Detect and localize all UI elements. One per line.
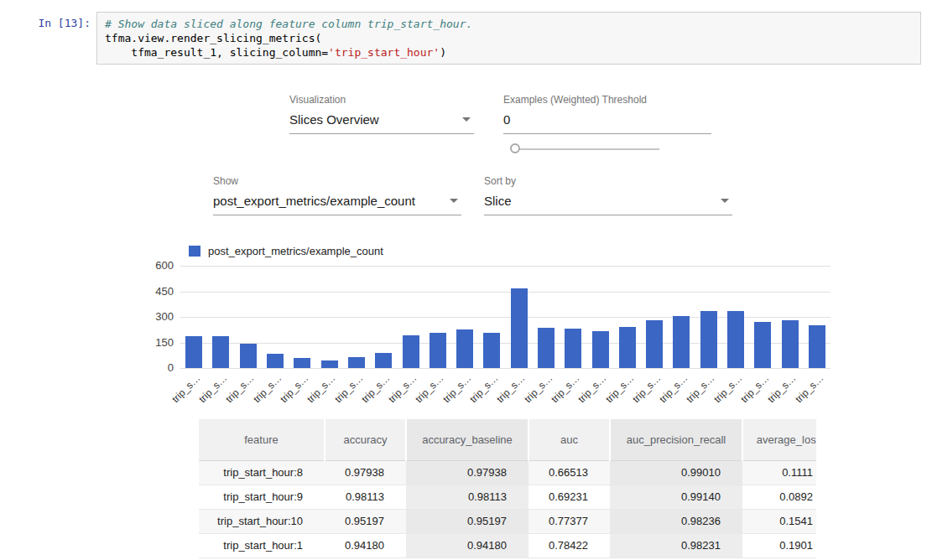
x-tick-label: trip_s… bbox=[278, 372, 310, 405]
bar[interactable] bbox=[754, 322, 771, 368]
bar-slot: trip_s… bbox=[506, 266, 533, 368]
show-dropdown[interactable]: Show post_export_metrics/example_count bbox=[213, 175, 461, 215]
visualization-value[interactable]: Slices Overview bbox=[289, 110, 474, 134]
feature-cell: trip_start_hour:10 bbox=[199, 509, 325, 533]
x-tick-label: trip_s… bbox=[630, 372, 663, 405]
code-line: tfma_result_1, slicing_column= bbox=[105, 46, 328, 59]
feature-cell: trip_start_hour:9 bbox=[199, 485, 325, 509]
sort-by-dropdown[interactable]: Sort by Slice bbox=[484, 175, 732, 215]
slider-knob[interactable] bbox=[510, 143, 520, 153]
bar-slot: trip_s… bbox=[262, 266, 289, 368]
x-tick-label: trip_s… bbox=[414, 372, 446, 405]
metric-cell: 0.99140 bbox=[610, 485, 742, 509]
bar[interactable] bbox=[348, 357, 365, 368]
x-tick-label: trip_s… bbox=[224, 372, 257, 405]
bar-slot: trip_s… bbox=[695, 266, 722, 368]
metric-cell: 0.94180 bbox=[406, 533, 528, 557]
table-header-row: featureaccuracyaccuracy_baselineaucauc_p… bbox=[199, 419, 816, 460]
x-tick-label: trip_s… bbox=[738, 372, 771, 405]
column-header[interactable]: accuracy_baseline bbox=[406, 419, 528, 460]
x-tick-label: trip_s… bbox=[386, 372, 419, 405]
visualization-label: Visualization bbox=[289, 94, 474, 106]
metric-cell: 0.66513 bbox=[528, 460, 610, 485]
x-tick-label: trip_s… bbox=[359, 372, 392, 405]
bars: trip_s…trip_s…trip_s…trip_s…trip_s…trip_… bbox=[180, 266, 830, 368]
bar-slot: trip_s… bbox=[533, 266, 560, 368]
bar[interactable] bbox=[646, 320, 663, 368]
column-header[interactable]: accuracy bbox=[325, 419, 406, 460]
bar[interactable] bbox=[565, 329, 581, 368]
metric-cell: 0.77377 bbox=[528, 509, 610, 533]
metric-cell: 0.97938 bbox=[406, 460, 528, 485]
y-tick-label: 300 bbox=[135, 310, 174, 323]
bar-slot: trip_s… bbox=[235, 266, 262, 368]
slider-track[interactable] bbox=[518, 148, 659, 150]
table-row: trip_start_hour:10.941800.941800.784220.… bbox=[199, 533, 816, 557]
bar-slot: trip_s… bbox=[343, 266, 370, 368]
threshold-value: 0 bbox=[503, 112, 510, 127]
bar[interactable] bbox=[456, 329, 473, 368]
gridline bbox=[180, 368, 830, 369]
input-prompt: In [13]: bbox=[15, 17, 91, 29]
metric-cell: 0.0892 bbox=[742, 485, 816, 509]
x-tick-label: trip_s… bbox=[196, 372, 229, 405]
bar[interactable] bbox=[185, 336, 202, 368]
bar[interactable] bbox=[240, 344, 257, 368]
table-row: trip_start_hour:100.951970.951970.773770… bbox=[199, 509, 816, 533]
bar[interactable] bbox=[511, 288, 528, 368]
metric-cell: 0.98113 bbox=[325, 485, 406, 509]
metrics-table: featureaccuracyaccuracy_baselineaucauc_p… bbox=[199, 419, 816, 558]
column-header[interactable]: auc bbox=[528, 419, 610, 460]
bar[interactable] bbox=[430, 333, 446, 368]
bar[interactable] bbox=[375, 353, 392, 368]
code-editor[interactable]: # Show data sliced along feature column … bbox=[96, 12, 921, 65]
column-header[interactable]: feature bbox=[199, 419, 325, 460]
metric-cell: 0.1901 bbox=[742, 533, 816, 557]
show-label: Show bbox=[213, 175, 461, 187]
bar-slot: trip_s… bbox=[478, 266, 505, 368]
feature-cell: trip_start_hour:8 bbox=[199, 460, 325, 485]
metric-cell: 0.99010 bbox=[610, 460, 742, 485]
x-tick-label: trip_s… bbox=[467, 372, 500, 405]
bar[interactable] bbox=[700, 311, 717, 368]
bar-slot: trip_s… bbox=[749, 266, 776, 368]
metrics-table-container: featureaccuracyaccuracy_baselineaucauc_p… bbox=[199, 419, 816, 560]
bar[interactable] bbox=[619, 327, 636, 368]
bar[interactable] bbox=[321, 360, 338, 368]
chevron-down-icon[interactable] bbox=[462, 117, 471, 122]
sort-by-selected: Slice bbox=[484, 194, 512, 208]
bar-slot: trip_s… bbox=[586, 266, 613, 368]
column-header[interactable]: auc_precision_recall bbox=[610, 419, 742, 460]
show-value[interactable]: post_export_metrics/example_count bbox=[213, 191, 461, 215]
bar[interactable] bbox=[592, 331, 609, 368]
sort-by-label: Sort by bbox=[484, 175, 732, 187]
bar[interactable] bbox=[809, 325, 825, 368]
notebook-page: In [13]: # Show data sliced along featur… bbox=[0, 0, 932, 560]
bar[interactable] bbox=[294, 358, 310, 368]
bar[interactable] bbox=[267, 354, 284, 368]
metric-cell: 0.97938 bbox=[325, 460, 406, 485]
threshold-input[interactable]: 0 bbox=[503, 110, 711, 134]
bar[interactable] bbox=[483, 333, 500, 368]
visualization-dropdown[interactable]: Visualization Slices Overview bbox=[289, 94, 474, 134]
bar[interactable] bbox=[538, 328, 555, 368]
sort-by-value[interactable]: Slice bbox=[484, 191, 732, 215]
column-header[interactable]: average_loss bbox=[742, 419, 816, 460]
code-line: tfma.view.render_slicing_metrics( bbox=[105, 32, 321, 44]
bar[interactable] bbox=[727, 311, 744, 368]
chevron-down-icon[interactable] bbox=[450, 199, 458, 203]
threshold-field[interactable]: Examples (Weighted) Threshold 0 bbox=[503, 94, 711, 134]
bar[interactable] bbox=[782, 320, 799, 368]
x-tick-label: trip_s… bbox=[685, 372, 717, 405]
table-body: trip_start_hour:80.979380.979380.665130.… bbox=[199, 460, 816, 557]
bar[interactable] bbox=[673, 316, 690, 368]
bar-slot: trip_s… bbox=[180, 266, 207, 368]
metric-cell: 0.98113 bbox=[406, 485, 528, 509]
threshold-slider[interactable] bbox=[510, 143, 661, 156]
bar[interactable] bbox=[403, 335, 419, 368]
bar[interactable] bbox=[212, 336, 229, 368]
table-row: trip_start_hour:80.979380.979380.665130.… bbox=[199, 460, 816, 485]
chevron-down-icon[interactable] bbox=[721, 199, 729, 203]
x-tick-label: trip_s… bbox=[793, 372, 825, 405]
bar-chart: 0150300450600 trip_s…trip_s…trip_s…trip_… bbox=[180, 266, 830, 368]
